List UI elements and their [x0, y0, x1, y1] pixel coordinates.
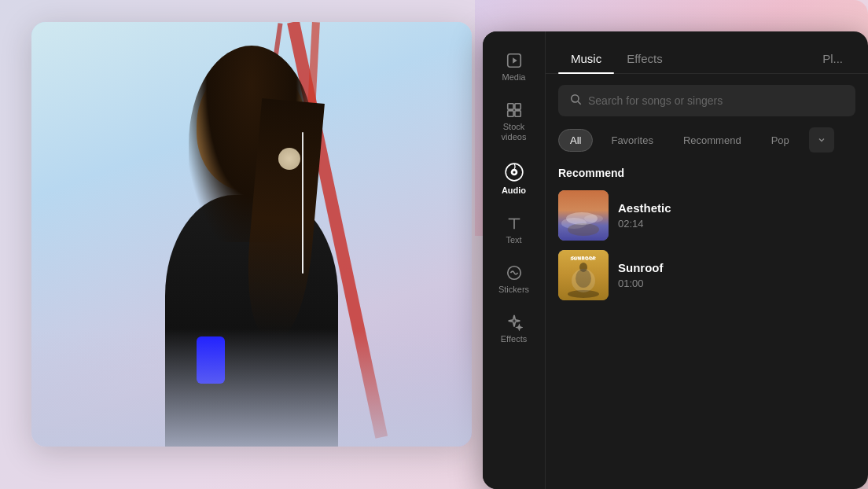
svg-point-20 [576, 269, 591, 288]
text-icon [506, 215, 523, 232]
tab-music[interactable]: Music [558, 44, 614, 73]
filter-pill-favorites[interactable]: Favorites [599, 129, 664, 152]
sidebar-item-media[interactable]: Media [487, 44, 542, 90]
svg-point-21 [579, 263, 587, 272]
earbud-wire [302, 132, 303, 274]
svg-point-16 [584, 215, 603, 222]
svg-rect-3 [514, 104, 520, 109]
search-area: Search for songs or singers [546, 74, 868, 127]
sidebar-label-effects: Effects [501, 334, 527, 344]
music-duration-aesthetic: 02:14 [618, 218, 671, 230]
music-title-aesthetic: Aesthetic [618, 201, 671, 215]
stickers-icon [506, 264, 523, 281]
svg-rect-2 [507, 104, 513, 109]
earring [278, 148, 300, 170]
sidebar-item-text[interactable]: Text [487, 207, 542, 253]
effects-icon [506, 314, 523, 331]
sidebar: Media Stock videos [483, 31, 546, 489]
music-thumb-sunroof: SUNROOF [558, 250, 609, 300]
app-background: Media Stock videos [0, 0, 868, 489]
music-item-aesthetic[interactable]: Aesthetic 02:14 [558, 187, 855, 244]
tab-effects[interactable]: Effects [614, 44, 675, 73]
svg-point-12 [572, 95, 579, 102]
filter-dropdown-button[interactable] [809, 127, 834, 153]
sidebar-item-effects[interactable]: Effects [487, 306, 542, 352]
photo-card [31, 22, 472, 447]
search-placeholder[interactable]: Search for songs or singers [588, 94, 723, 107]
search-icon [569, 93, 582, 108]
svg-marker-1 [513, 57, 517, 63]
photo-content [31, 22, 472, 447]
section-label-recommend: Recommend [546, 164, 868, 187]
sidebar-label-stock: Stock videos [502, 122, 527, 142]
tab-playlist[interactable]: Pl... [810, 44, 855, 73]
sidebar-label-media: Media [502, 72, 526, 83]
tabs-row: Music Effects Pl... [546, 31, 868, 74]
play-icon [506, 52, 523, 69]
svg-rect-4 [507, 111, 513, 116]
filter-row: All Favorites Recommend Pop [546, 127, 868, 164]
filter-pill-all[interactable]: All [558, 129, 593, 152]
svg-point-22 [568, 290, 599, 298]
photo-bottom-fade [31, 329, 472, 447]
music-item-sunroof[interactable]: SUNROOF Sunroof 01:00 [558, 247, 855, 303]
audio-icon [504, 162, 524, 182]
svg-point-17 [568, 223, 599, 236]
editor-panel: Media Stock videos [483, 31, 868, 489]
svg-line-13 [578, 101, 581, 105]
sidebar-label-audio: Audio [502, 186, 526, 196]
sidebar-item-audio[interactable]: Audio [487, 154, 542, 204]
search-bar[interactable]: Search for songs or singers [558, 85, 855, 116]
music-thumb-aesthetic [558, 190, 609, 241]
music-info-aesthetic: Aesthetic 02:14 [618, 201, 671, 230]
music-list: Aesthetic 02:14 [546, 187, 868, 303]
sidebar-item-stock-videos[interactable]: Stock videos [487, 94, 542, 150]
filter-pill-pop[interactable]: Pop [760, 129, 801, 152]
filter-pill-recommend[interactable]: Recommend [671, 129, 753, 152]
tabs-left: Music Effects [558, 44, 675, 73]
main-content: Music Effects Pl... Search for songs or … [546, 31, 868, 489]
sidebar-label-stickers: Stickers [498, 285, 529, 295]
music-duration-sunroof: 01:00 [618, 278, 664, 289]
svg-point-8 [513, 171, 515, 173]
sidebar-item-stickers[interactable]: Stickers [487, 256, 542, 303]
svg-text:SUNROOF: SUNROOF [572, 256, 596, 260]
sidebar-label-text: Text [506, 235, 521, 245]
music-title-sunroof: Sunroof [618, 261, 664, 274]
svg-rect-5 [514, 111, 520, 116]
music-info-sunroof: Sunroof 01:00 [618, 261, 664, 289]
grid-icon [506, 101, 523, 119]
